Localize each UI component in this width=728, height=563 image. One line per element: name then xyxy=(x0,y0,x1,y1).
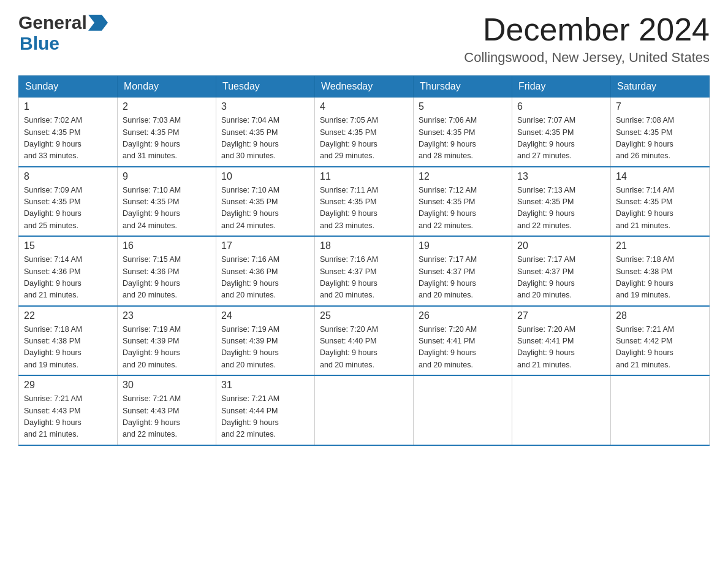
day-info: Sunrise: 7:05 AMSunset: 4:35 PMDaylight:… xyxy=(320,115,408,163)
day-info: Sunrise: 7:13 AMSunset: 4:35 PMDaylight:… xyxy=(517,185,605,232)
logo-icon xyxy=(88,15,108,31)
day-info: Sunrise: 7:09 AMSunset: 4:35 PMDaylight:… xyxy=(24,185,112,232)
day-cell: 25 Sunrise: 7:20 AMSunset: 4:40 PMDaylig… xyxy=(315,306,414,376)
day-cell: 29 Sunrise: 7:21 AMSunset: 4:43 PMDaylig… xyxy=(19,375,118,445)
day-number: 5 xyxy=(419,101,507,112)
header-saturday: Saturday xyxy=(611,76,710,98)
day-number: 17 xyxy=(221,240,309,251)
day-cell: 4 Sunrise: 7:05 AMSunset: 4:35 PMDayligh… xyxy=(315,98,414,167)
header-monday: Monday xyxy=(118,76,216,98)
logo-general-text: General xyxy=(18,12,87,33)
day-info: Sunrise: 7:16 AMSunset: 4:37 PMDaylight:… xyxy=(320,254,408,302)
page-header: General Blue December 2024 Collingswood,… xyxy=(18,12,710,66)
day-info: Sunrise: 7:20 AMSunset: 4:41 PMDaylight:… xyxy=(517,324,605,372)
logo-blue-text: Blue xyxy=(20,33,109,54)
header-tuesday: Tuesday xyxy=(216,76,315,98)
svg-marker-0 xyxy=(88,15,108,31)
day-info: Sunrise: 7:15 AMSunset: 4:36 PMDaylight:… xyxy=(123,254,211,302)
day-number: 15 xyxy=(24,240,112,251)
day-info: Sunrise: 7:21 AMSunset: 4:43 PMDaylight:… xyxy=(123,393,211,441)
day-number: 18 xyxy=(320,240,408,251)
day-number: 19 xyxy=(419,240,507,251)
day-number: 21 xyxy=(616,240,704,251)
day-number: 9 xyxy=(123,171,211,182)
day-cell: 13 Sunrise: 7:13 AMSunset: 4:35 PMDaylig… xyxy=(512,167,611,237)
day-info: Sunrise: 7:21 AMSunset: 4:43 PMDaylight:… xyxy=(24,393,112,441)
day-info: Sunrise: 7:16 AMSunset: 4:36 PMDaylight:… xyxy=(221,254,309,302)
day-cell: 16 Sunrise: 7:15 AMSunset: 4:36 PMDaylig… xyxy=(118,236,216,306)
day-info: Sunrise: 7:10 AMSunset: 4:35 PMDaylight:… xyxy=(123,185,211,232)
day-info: Sunrise: 7:08 AMSunset: 4:35 PMDaylight:… xyxy=(616,115,704,163)
day-cell: 6 Sunrise: 7:07 AMSunset: 4:35 PMDayligh… xyxy=(512,98,611,167)
day-number: 27 xyxy=(517,310,605,321)
day-number: 10 xyxy=(221,171,309,182)
day-number: 29 xyxy=(24,380,112,391)
day-number: 13 xyxy=(517,171,605,182)
day-cell: 14 Sunrise: 7:14 AMSunset: 4:35 PMDaylig… xyxy=(611,167,710,237)
day-number: 28 xyxy=(616,310,704,321)
day-info: Sunrise: 7:03 AMSunset: 4:35 PMDaylight:… xyxy=(123,115,211,163)
day-number: 14 xyxy=(616,171,704,182)
day-info: Sunrise: 7:17 AMSunset: 4:37 PMDaylight:… xyxy=(419,254,507,302)
day-cell: 9 Sunrise: 7:10 AMSunset: 4:35 PMDayligh… xyxy=(118,167,216,237)
day-cell: 19 Sunrise: 7:17 AMSunset: 4:37 PMDaylig… xyxy=(414,236,512,306)
day-cell: 8 Sunrise: 7:09 AMSunset: 4:35 PMDayligh… xyxy=(19,167,118,237)
day-number: 20 xyxy=(517,240,605,251)
day-cell: 30 Sunrise: 7:21 AMSunset: 4:43 PMDaylig… xyxy=(118,375,216,445)
day-number: 7 xyxy=(616,101,704,112)
day-cell: 3 Sunrise: 7:04 AMSunset: 4:35 PMDayligh… xyxy=(216,98,315,167)
month-title: December 2024 xyxy=(464,12,710,47)
day-cell: 17 Sunrise: 7:16 AMSunset: 4:36 PMDaylig… xyxy=(216,236,315,306)
day-info: Sunrise: 7:12 AMSunset: 4:35 PMDaylight:… xyxy=(419,185,507,232)
day-number: 8 xyxy=(24,171,112,182)
location-title: Collingswood, New Jersey, United States xyxy=(464,50,710,66)
day-info: Sunrise: 7:19 AMSunset: 4:39 PMDaylight:… xyxy=(221,324,309,372)
header-sunday: Sunday xyxy=(19,76,118,98)
day-info: Sunrise: 7:21 AMSunset: 4:44 PMDaylight:… xyxy=(221,393,309,441)
day-info: Sunrise: 7:11 AMSunset: 4:35 PMDaylight:… xyxy=(320,185,408,232)
week-row-3: 15 Sunrise: 7:14 AMSunset: 4:36 PMDaylig… xyxy=(19,236,710,306)
day-cell xyxy=(315,375,414,445)
day-number: 22 xyxy=(24,310,112,321)
day-info: Sunrise: 7:04 AMSunset: 4:35 PMDaylight:… xyxy=(221,115,309,163)
week-row-1: 1 Sunrise: 7:02 AMSunset: 4:35 PMDayligh… xyxy=(19,98,710,167)
day-cell: 28 Sunrise: 7:21 AMSunset: 4:42 PMDaylig… xyxy=(611,306,710,376)
day-cell: 23 Sunrise: 7:19 AMSunset: 4:39 PMDaylig… xyxy=(118,306,216,376)
day-cell: 10 Sunrise: 7:10 AMSunset: 4:35 PMDaylig… xyxy=(216,167,315,237)
day-number: 3 xyxy=(221,101,309,112)
header-wednesday: Wednesday xyxy=(315,76,414,98)
day-number: 23 xyxy=(123,310,211,321)
day-number: 24 xyxy=(221,310,309,321)
day-cell: 2 Sunrise: 7:03 AMSunset: 4:35 PMDayligh… xyxy=(118,98,216,167)
day-info: Sunrise: 7:02 AMSunset: 4:35 PMDaylight:… xyxy=(24,115,112,163)
day-info: Sunrise: 7:20 AMSunset: 4:40 PMDaylight:… xyxy=(320,324,408,372)
week-row-4: 22 Sunrise: 7:18 AMSunset: 4:38 PMDaylig… xyxy=(19,306,710,376)
day-cell xyxy=(512,375,611,445)
day-cell: 15 Sunrise: 7:14 AMSunset: 4:36 PMDaylig… xyxy=(19,236,118,306)
day-cell: 5 Sunrise: 7:06 AMSunset: 4:35 PMDayligh… xyxy=(414,98,512,167)
day-cell xyxy=(611,375,710,445)
day-info: Sunrise: 7:14 AMSunset: 4:36 PMDaylight:… xyxy=(24,254,112,302)
day-number: 16 xyxy=(123,240,211,251)
day-cell: 12 Sunrise: 7:12 AMSunset: 4:35 PMDaylig… xyxy=(414,167,512,237)
day-number: 11 xyxy=(320,171,408,182)
day-cell: 27 Sunrise: 7:20 AMSunset: 4:41 PMDaylig… xyxy=(512,306,611,376)
day-number: 4 xyxy=(320,101,408,112)
calendar-table: SundayMondayTuesdayWednesdayThursdayFrid… xyxy=(18,75,710,446)
day-number: 30 xyxy=(123,380,211,391)
day-info: Sunrise: 7:18 AMSunset: 4:38 PMDaylight:… xyxy=(24,324,112,372)
day-cell: 26 Sunrise: 7:20 AMSunset: 4:41 PMDaylig… xyxy=(414,306,512,376)
day-cell: 22 Sunrise: 7:18 AMSunset: 4:38 PMDaylig… xyxy=(19,306,118,376)
day-cell: 21 Sunrise: 7:18 AMSunset: 4:38 PMDaylig… xyxy=(611,236,710,306)
day-info: Sunrise: 7:18 AMSunset: 4:38 PMDaylight:… xyxy=(616,254,704,302)
day-number: 6 xyxy=(517,101,605,112)
day-cell: 7 Sunrise: 7:08 AMSunset: 4:35 PMDayligh… xyxy=(611,98,710,167)
calendar-header-row: SundayMondayTuesdayWednesdayThursdayFrid… xyxy=(19,76,710,98)
day-info: Sunrise: 7:20 AMSunset: 4:41 PMDaylight:… xyxy=(419,324,507,372)
day-cell: 1 Sunrise: 7:02 AMSunset: 4:35 PMDayligh… xyxy=(19,98,118,167)
day-cell: 31 Sunrise: 7:21 AMSunset: 4:44 PMDaylig… xyxy=(216,375,315,445)
day-number: 26 xyxy=(419,310,507,321)
day-info: Sunrise: 7:21 AMSunset: 4:42 PMDaylight:… xyxy=(616,324,704,372)
day-cell: 18 Sunrise: 7:16 AMSunset: 4:37 PMDaylig… xyxy=(315,236,414,306)
week-row-2: 8 Sunrise: 7:09 AMSunset: 4:35 PMDayligh… xyxy=(19,167,710,237)
